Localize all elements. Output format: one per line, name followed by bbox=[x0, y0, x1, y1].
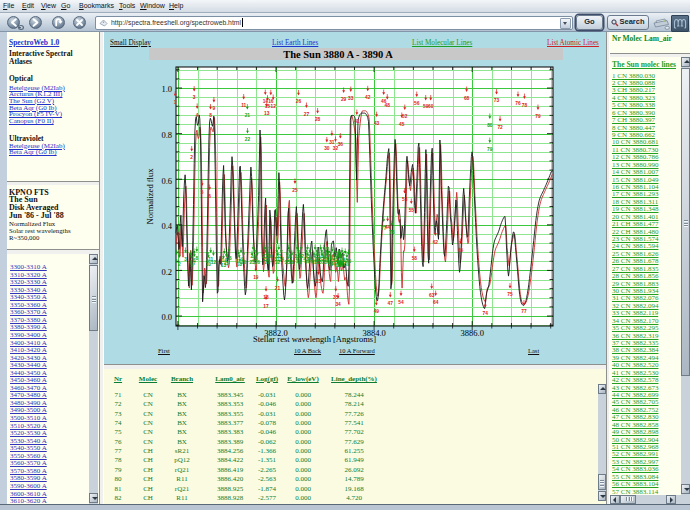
svg-text:38: 38 bbox=[289, 260, 295, 265]
table-header-line-depth-[interactable]: Line_depth(%) bbox=[324, 375, 384, 383]
vertical-scrollbar[interactable] bbox=[89, 254, 98, 504]
scroll-right-button[interactable] bbox=[666, 495, 676, 504]
menu-help[interactable]: Help bbox=[169, 2, 183, 9]
scroll-arrow-up bbox=[92, 257, 98, 260]
svg-text:9: 9 bbox=[213, 106, 216, 111]
svg-text:72: 72 bbox=[497, 125, 503, 130]
scroll-down-button[interactable] bbox=[89, 493, 98, 503]
scrollbar-thumb[interactable] bbox=[620, 495, 636, 504]
url-bar[interactable]: http://spectra.freeshell.org/spectroweb.… bbox=[95, 16, 573, 30]
back-dropdown-button[interactable] bbox=[18, 25, 24, 30]
printer-icon[interactable] bbox=[652, 15, 671, 30]
menu-bookmarks[interactable]: Bookmarks bbox=[79, 2, 114, 9]
y-tick-label: 0.4 bbox=[161, 221, 172, 231]
menu-bar: FileEditViewGoBookmarksToolsWindowHelp bbox=[0, 0, 690, 13]
wavelength-link-3610-3620A[interactable]: 3610-3620 A bbox=[10, 497, 47, 504]
scroll-up-button[interactable] bbox=[598, 384, 607, 394]
x-axis-label: Stellar rest wavelength [Angstroms] bbox=[253, 334, 376, 344]
uv-link-1[interactable]: Beta Aqr (G0 Ib) bbox=[9, 148, 57, 156]
search-button-label: Search bbox=[619, 17, 644, 26]
svg-text:26: 26 bbox=[255, 260, 261, 265]
svg-text:34: 34 bbox=[279, 257, 285, 262]
svg-text:52: 52 bbox=[402, 114, 408, 119]
scroll-down-button[interactable] bbox=[681, 484, 690, 494]
svg-text:58: 58 bbox=[412, 256, 418, 261]
menu-go[interactable]: Go bbox=[61, 2, 70, 9]
svg-text:48: 48 bbox=[385, 103, 391, 108]
scroll-up-button[interactable] bbox=[681, 57, 690, 67]
menu-edit[interactable]: Edit bbox=[22, 2, 34, 9]
svg-text:12: 12 bbox=[211, 260, 217, 265]
optical-heading: Optical bbox=[9, 74, 33, 83]
table-cell: 26.092 bbox=[324, 466, 384, 474]
right-panel-header: Nr Molec Lam_air bbox=[612, 34, 672, 43]
y-tick-label: 0.6 bbox=[161, 176, 172, 186]
sidebar-wavelength-frame: 3300-3310 A3310-3320 A3320-3330 A3330-33… bbox=[7, 254, 99, 504]
svg-text:15: 15 bbox=[224, 261, 230, 266]
svg-text:34: 34 bbox=[335, 302, 341, 307]
y-tick-label: 0.0 bbox=[161, 312, 172, 322]
vertical-scrollbar[interactable] bbox=[681, 57, 690, 495]
url-dropdown-button[interactable] bbox=[560, 18, 571, 29]
search-button[interactable]: Search bbox=[607, 15, 649, 30]
scroll-arrow-down bbox=[92, 497, 98, 500]
svg-text:28: 28 bbox=[315, 117, 321, 122]
svg-text:23: 23 bbox=[316, 279, 322, 284]
plot-area bbox=[176, 67, 553, 326]
y-tick-label: 0.2 bbox=[161, 267, 172, 277]
svg-text:31: 31 bbox=[329, 140, 335, 145]
scroll-down-button[interactable] bbox=[598, 491, 607, 501]
svg-text:11: 11 bbox=[241, 103, 246, 108]
sidebar-title-link[interactable]: SpectroWeb 1.0 bbox=[9, 38, 59, 47]
table-cell: 61.949 bbox=[324, 456, 384, 464]
molec-list-title[interactable]: The Sun molec lines bbox=[612, 60, 676, 69]
svg-text:25: 25 bbox=[292, 188, 298, 193]
scrollbar-thumb[interactable] bbox=[681, 68, 690, 376]
table-cell: 4.720 bbox=[324, 494, 384, 502]
svg-text:8: 8 bbox=[195, 256, 198, 261]
svg-text:7: 7 bbox=[193, 261, 196, 266]
optical-link-5[interactable]: Canopus (F0 II) bbox=[9, 117, 54, 125]
svg-text:74: 74 bbox=[483, 311, 489, 316]
reload-button[interactable] bbox=[52, 16, 65, 29]
svg-text:65: 65 bbox=[458, 248, 464, 253]
svg-text:4: 4 bbox=[196, 113, 199, 118]
svg-text:76: 76 bbox=[338, 263, 344, 268]
forward-button[interactable] bbox=[29, 16, 42, 29]
right-header-frame: Nr Molec Lam_air bbox=[610, 32, 690, 53]
horizontal-scrollbar[interactable] bbox=[610, 495, 681, 504]
menu-file[interactable]: File bbox=[3, 2, 14, 9]
svg-text:41: 41 bbox=[296, 260, 302, 265]
y-tick-label: 0.8 bbox=[161, 130, 172, 140]
svg-text:73: 73 bbox=[494, 98, 500, 103]
sidebar-info-frame: KPNO FTSThe SunDisk AveragedJun '86 - Ju… bbox=[7, 185, 99, 249]
vertical-scrollbar[interactable] bbox=[598, 384, 607, 501]
svg-text:41: 41 bbox=[354, 119, 360, 124]
menu-view[interactable]: View bbox=[41, 2, 56, 9]
menu-window[interactable]: Window bbox=[140, 2, 165, 9]
svg-text:36: 36 bbox=[338, 142, 344, 147]
sidebar-heading: Interactive Spectral Atlases bbox=[9, 50, 95, 65]
svg-text:5: 5 bbox=[201, 190, 204, 195]
forward-icon bbox=[30, 17, 41, 28]
table-cell: 19.168 bbox=[324, 485, 384, 493]
scrollbar-thumb[interactable] bbox=[89, 265, 98, 331]
scroll-arrow-up bbox=[600, 387, 606, 390]
menu-tools[interactable]: Tools bbox=[119, 2, 135, 9]
search-icon bbox=[611, 19, 619, 27]
throbber-icon[interactable] bbox=[671, 15, 689, 32]
scroll-arrow-down bbox=[600, 495, 606, 498]
svg-text:21: 21 bbox=[245, 113, 251, 118]
svg-text:29: 29 bbox=[341, 97, 347, 102]
go-button[interactable]: Go bbox=[576, 15, 603, 30]
toolbar: http://spectra.freeshell.org/spectroweb.… bbox=[0, 13, 690, 32]
svg-text:70: 70 bbox=[346, 259, 352, 264]
table-cell: 77.702 bbox=[324, 428, 384, 436]
scroll-left-button[interactable] bbox=[610, 495, 620, 504]
scroll-up-button[interactable] bbox=[89, 254, 98, 264]
scrollbar-thumb[interactable] bbox=[598, 474, 607, 490]
text-cursor bbox=[242, 18, 243, 27]
svg-text:60: 60 bbox=[428, 104, 434, 109]
stop-button[interactable] bbox=[73, 16, 86, 29]
svg-text:21: 21 bbox=[275, 286, 281, 291]
